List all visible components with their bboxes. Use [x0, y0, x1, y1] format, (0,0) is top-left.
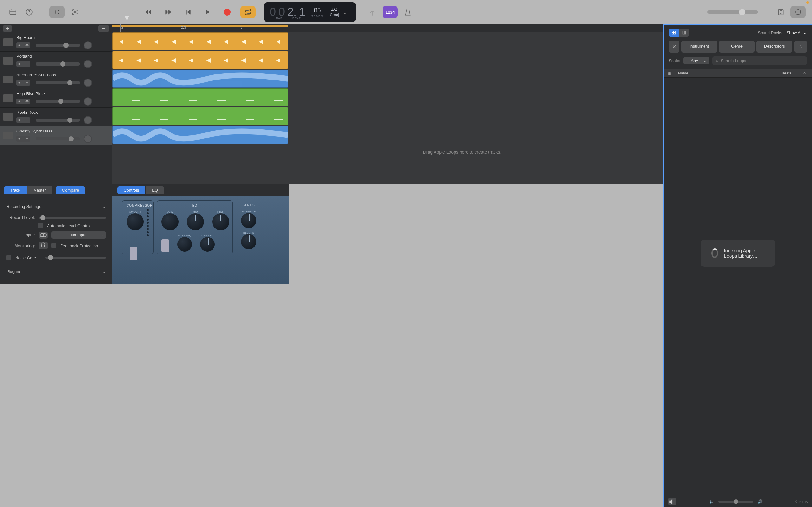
loop-type-column-icon[interactable]: ▦	[667, 71, 675, 75]
solo-button[interactable]	[23, 136, 31, 142]
loop-view-button-2[interactable]	[679, 29, 689, 37]
column-favorite-icon[interactable]: ♡	[801, 71, 808, 75]
noise-gate-checkbox[interactable]	[6, 255, 11, 260]
track-row[interactable]: Portland	[0, 52, 112, 70]
loop-view-button-1[interactable]	[669, 29, 679, 37]
recording-settings-header[interactable]: Recording Settings⌄	[6, 201, 106, 212]
record-level-slider[interactable]	[39, 217, 106, 219]
region[interactable]	[112, 126, 288, 144]
track-instrument-icon[interactable]	[3, 113, 13, 121]
plugins-header[interactable]: Plug-ins⌄	[6, 266, 106, 277]
tab-compare[interactable]: Compare	[55, 186, 85, 194]
compressor-jack[interactable]	[130, 247, 137, 260]
tuner-button[interactable]	[366, 6, 379, 18]
tab-eq[interactable]: EQ	[145, 186, 164, 194]
mute-button[interactable]	[16, 80, 23, 86]
track-pan-knob[interactable]	[84, 78, 92, 87]
forward-button[interactable]	[162, 6, 174, 18]
tab-controls[interactable]: Controls	[117, 186, 145, 194]
input-format-button[interactable]	[39, 232, 48, 239]
track-row[interactable]: Afterburner Sub Bass	[0, 70, 112, 89]
region[interactable]	[112, 89, 288, 107]
tab-master[interactable]: Master	[27, 186, 52, 194]
search-loops-input[interactable]: ⌕ Search Loops	[712, 56, 807, 65]
track-pan-knob[interactable]	[84, 97, 92, 106]
library-button[interactable]	[6, 6, 19, 18]
loop-list[interactable]: Indexing Apple Loops Library…	[664, 78, 812, 496]
solo-button[interactable]	[23, 43, 31, 48]
clear-filters-button[interactable]: ✕	[669, 41, 679, 53]
add-track-button[interactable]: +	[3, 25, 12, 32]
solo-button[interactable]	[23, 99, 31, 104]
filter-descriptors[interactable]: Descriptors	[757, 41, 792, 53]
track-volume-slider[interactable]	[36, 62, 80, 66]
master-volume-slider[interactable]	[707, 10, 758, 14]
track-pan-knob[interactable]	[84, 135, 92, 143]
track-row[interactable]: Ghostly Synth Bass	[0, 126, 112, 145]
track-instrument-icon[interactable]	[3, 76, 13, 83]
track-volume-slider[interactable]	[36, 100, 80, 103]
notepad-button[interactable]	[774, 6, 787, 18]
eq-lowcut-knob[interactable]	[200, 237, 215, 251]
track-instrument-icon[interactable]	[3, 38, 13, 46]
sends-reverb-knob[interactable]	[241, 234, 256, 249]
filter-instrument[interactable]: Instrument	[681, 41, 717, 53]
mute-button[interactable]	[16, 43, 23, 48]
track-volume-slider[interactable]	[36, 137, 80, 140]
tab-track[interactable]: Track	[4, 186, 27, 194]
lcd-display[interactable]: 0 0 2. 1 BAR BEAT 85TEMPO 4/4Cmaj ⌄	[264, 2, 356, 22]
eq-high-knob[interactable]	[212, 213, 229, 230]
track-volume-slider[interactable]	[36, 81, 80, 84]
feedback-checkbox[interactable]	[51, 243, 56, 248]
count-in-button[interactable]: 1234	[383, 6, 398, 18]
region[interactable]	[112, 107, 288, 125]
catch-playhead-button[interactable]	[98, 25, 109, 32]
noise-gate-slider[interactable]	[45, 257, 106, 259]
preview-button[interactable]	[668, 498, 676, 505]
region[interactable]	[112, 32, 288, 50]
eq-midfreq-knob[interactable]	[177, 237, 192, 251]
track-instrument-icon[interactable]	[3, 95, 13, 102]
smart-controls-button[interactable]	[49, 6, 65, 18]
track-pan-knob[interactable]	[84, 116, 92, 124]
record-button[interactable]	[221, 6, 234, 18]
track-instrument-icon[interactable]	[3, 132, 13, 139]
cycle-region[interactable]	[112, 25, 288, 27]
loop-browser-button[interactable]	[791, 6, 806, 18]
sound-packs-select[interactable]: Show All ⌄	[786, 31, 807, 35]
track-volume-slider[interactable]	[36, 44, 80, 47]
column-name[interactable]: Name	[675, 71, 781, 75]
track-volume-slider[interactable]	[36, 118, 80, 122]
track-row[interactable]: High Rise Pluck	[0, 89, 112, 108]
mute-button[interactable]	[16, 136, 23, 142]
compressor-amount-knob[interactable]	[126, 213, 144, 230]
eq-low-knob[interactable]	[161, 213, 179, 230]
solo-button[interactable]	[23, 61, 31, 67]
sends-ambience-knob[interactable]	[241, 213, 256, 228]
input-select[interactable]: No Input	[51, 231, 106, 239]
lcd-menu-arrow[interactable]: ⌄	[343, 9, 347, 15]
solo-button[interactable]	[23, 117, 31, 123]
rewind-button[interactable]	[142, 6, 155, 18]
scissors-button[interactable]	[68, 6, 81, 18]
eq-mid-knob[interactable]	[187, 213, 204, 230]
playhead[interactable]	[127, 24, 127, 184]
mute-button[interactable]	[16, 99, 23, 104]
eq-jack[interactable]	[161, 239, 169, 252]
metronome-button[interactable]	[402, 6, 414, 18]
mute-button[interactable]	[16, 61, 23, 67]
cycle-button[interactable]	[241, 6, 256, 18]
quick-help-button[interactable]	[23, 6, 36, 18]
scale-select[interactable]: Any	[683, 57, 709, 64]
track-row[interactable]: Big Room	[0, 33, 112, 52]
region[interactable]	[112, 51, 288, 69]
go-to-start-button[interactable]	[182, 6, 194, 18]
track-pan-knob[interactable]	[84, 60, 92, 68]
play-button[interactable]	[201, 6, 214, 18]
monitoring-button[interactable]	[39, 242, 48, 249]
auto-level-checkbox[interactable]	[38, 223, 43, 228]
filter-genre[interactable]: Genre	[719, 41, 755, 53]
region[interactable]	[112, 70, 288, 88]
favorites-button[interactable]: ♡	[794, 41, 807, 53]
column-beats[interactable]: Beats	[781, 71, 801, 75]
